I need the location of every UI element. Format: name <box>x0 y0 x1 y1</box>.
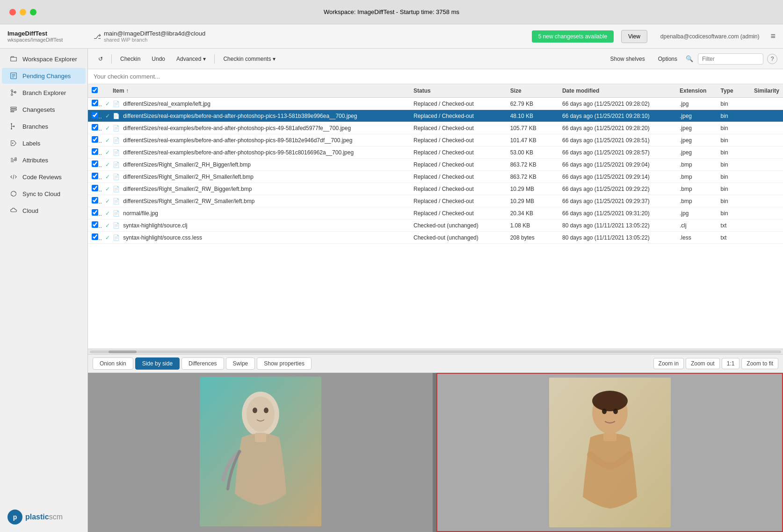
diff-divider[interactable] <box>433 373 436 532</box>
row-checkbox[interactable] <box>92 124 98 131</box>
refresh-button[interactable]: ↺ <box>94 53 108 65</box>
sidebar-item-pending-changes[interactable]: Pending Changes <box>2 68 86 84</box>
row-checkbox[interactable] <box>92 209 98 216</box>
row-sim-cell <box>750 159 783 171</box>
row-sim-cell <box>750 134 783 146</box>
horizontal-scrollbar[interactable] <box>88 349 783 354</box>
view-button[interactable]: View <box>621 30 647 43</box>
table-row[interactable]: ✓ 📄 differentSizes/Right_Smaller/2_RH_Bi… <box>88 159 783 171</box>
tab-side-by-side[interactable]: Side by side <box>135 357 180 370</box>
table-row[interactable]: ✓ 📄 differentSizes/Right_Smaller/2_RW_Bi… <box>88 183 783 195</box>
sidebar-item-branch-explorer[interactable]: Branch Explorer <box>2 85 86 101</box>
row-status-cell: Replaced / Checked-out <box>410 207 507 219</box>
sidebar-item-sync-cloud[interactable]: Sync to Cloud <box>2 186 86 202</box>
table-row[interactable]: ✓ 📄 differentSizes/real-examples/before-… <box>88 146 783 159</box>
window-title: Workspace: ImageDiffTest - Startup time:… <box>324 8 459 15</box>
col-header-item[interactable]: Item ↑ <box>109 84 410 98</box>
row-checkbox[interactable] <box>92 221 98 228</box>
row-checkbox[interactable] <box>92 197 98 204</box>
scroll-thumb[interactable] <box>109 350 137 353</box>
comment-input[interactable] <box>94 73 777 80</box>
sidebar-item-cloud[interactable]: Cloud <box>2 203 86 219</box>
refresh-icon: ↺ <box>98 56 103 62</box>
check-mark: ✓ <box>105 149 109 156</box>
attributes-icon <box>9 156 18 164</box>
sync-icon <box>9 189 18 198</box>
help-button[interactable]: ? <box>767 54 777 64</box>
row-checkbox[interactable] <box>92 136 98 143</box>
file-icon: 📄 <box>113 198 120 204</box>
sidebar-item-workspace-explorer[interactable]: Workspace Explorer <box>2 51 86 67</box>
row-checkbox[interactable] <box>92 185 98 191</box>
row-status-cell: Checked-out (unchanged) <box>410 219 507 232</box>
checkin-button[interactable]: Checkin <box>116 53 145 65</box>
sidebar-item-labels[interactable]: Labels <box>2 135 86 151</box>
filter-input[interactable] <box>698 53 763 65</box>
zoom-controls: Zoom in Zoom out 1:1 Zoom to fit <box>653 358 778 369</box>
row-checkbox-cell[interactable] <box>88 232 102 244</box>
table-row[interactable]: ✓ 📄 differentSizes/real-examples/before-… <box>88 134 783 146</box>
row-checkbox[interactable] <box>92 173 98 179</box>
file-table-wrapper: Item ↑ Status Size Date modified Extensi… <box>88 84 783 349</box>
sidebar-item-attributes[interactable]: Attributes <box>2 152 86 168</box>
minimize-button[interactable] <box>20 9 26 15</box>
tab-swipe[interactable]: Swipe <box>226 357 255 370</box>
select-all-checkbox[interactable] <box>92 87 98 93</box>
row-checkbox-cell[interactable] <box>88 159 102 171</box>
table-row[interactable]: ✓ 📄 syntax-highlight/source.clj Checked-… <box>88 219 783 232</box>
tab-show-properties[interactable]: Show properties <box>257 357 312 370</box>
sidebar-item-branches[interactable]: Branches <box>2 118 86 134</box>
col-header-type[interactable]: Type <box>717 84 750 98</box>
table-row[interactable]: ✓ 📄 differentSizes/real-examples/before-… <box>88 122 783 134</box>
row-checkbox-cell[interactable] <box>88 171 102 183</box>
advanced-button[interactable]: Advanced ▾ <box>172 53 210 65</box>
col-header-extension[interactable]: Extension <box>676 84 717 98</box>
row-date-cell: 66 days ago (11/25/2021 09:28:51) <box>558 134 676 146</box>
col-header-similarity[interactable]: Similarity <box>750 84 783 98</box>
zoom-in-button[interactable]: Zoom in <box>653 358 684 369</box>
row-check-cell: ✓ <box>102 134 109 146</box>
row-checkbox[interactable] <box>92 233 98 240</box>
sidebar-label: Attributes <box>22 157 48 164</box>
file-name: differentSizes/real_example/left.jpg <box>123 101 210 107</box>
table-row[interactable]: ✓ 📄 differentSizes/Right_Smaller/2_RH_Sm… <box>88 171 783 183</box>
table-row[interactable]: ✓ 📄 syntax-highlight/source.css.less Che… <box>88 232 783 244</box>
zoom-out-button[interactable]: Zoom out <box>686 358 720 369</box>
table-row[interactable]: ✓ 📄 differentSizes/real_example/left.jpg… <box>88 98 783 110</box>
file-name: normal/file.jpg <box>123 210 158 217</box>
sidebar-label: Pending Changes <box>22 73 71 80</box>
row-checkbox[interactable] <box>92 100 98 106</box>
close-button[interactable] <box>9 9 16 15</box>
options-button[interactable]: Options <box>653 53 682 65</box>
row-checkbox[interactable] <box>92 160 98 167</box>
zoom-fit-button[interactable]: Zoom to fit <box>741 358 778 369</box>
row-checkbox-cell[interactable] <box>88 134 102 146</box>
diff-right-image <box>549 378 671 527</box>
col-header-size[interactable]: Size <box>507 84 558 98</box>
tab-onion-skin[interactable]: Onion skin <box>93 357 133 370</box>
row-checkbox-cell[interactable] <box>88 146 102 159</box>
zoom-1-1-button[interactable]: 1:1 <box>722 358 740 369</box>
row-checkbox-cell[interactable] <box>88 183 102 195</box>
menu-icon[interactable]: ≡ <box>770 31 776 41</box>
sidebar-item-code-reviews[interactable]: Code Reviews <box>2 169 86 185</box>
row-checkbox-cell[interactable] <box>88 219 102 232</box>
sidebar-item-changesets[interactable]: Changesets <box>2 102 86 117</box>
tab-differences[interactable]: Differences <box>181 357 224 370</box>
show-shelves-button[interactable]: Show shelves <box>606 53 650 65</box>
undo-button[interactable]: Undo <box>147 53 170 65</box>
table-row[interactable]: ✓ 📄 differentSizes/Right_Smaller/2_RW_Sm… <box>88 195 783 207</box>
row-checkbox-cell[interactable] <box>88 98 102 110</box>
row-checkbox-cell[interactable] <box>88 207 102 219</box>
row-checkbox[interactable] <box>92 148 98 155</box>
table-row[interactable]: ✓ 📄 differentSizes/real-examples/before-… <box>88 110 783 122</box>
row-checkbox-cell[interactable] <box>88 122 102 134</box>
checkin-comments-button[interactable]: Checkin comments ▾ <box>218 53 280 65</box>
maximize-button[interactable] <box>30 9 36 15</box>
col-header-date[interactable]: Date modified <box>558 84 676 98</box>
table-row[interactable]: ✓ 📄 normal/file.jpg Replaced / Checked-o… <box>88 207 783 219</box>
col-header-status[interactable]: Status <box>410 84 507 98</box>
row-checkbox[interactable] <box>92 112 98 118</box>
row-checkbox-cell[interactable] <box>88 110 102 122</box>
row-checkbox-cell[interactable] <box>88 195 102 207</box>
